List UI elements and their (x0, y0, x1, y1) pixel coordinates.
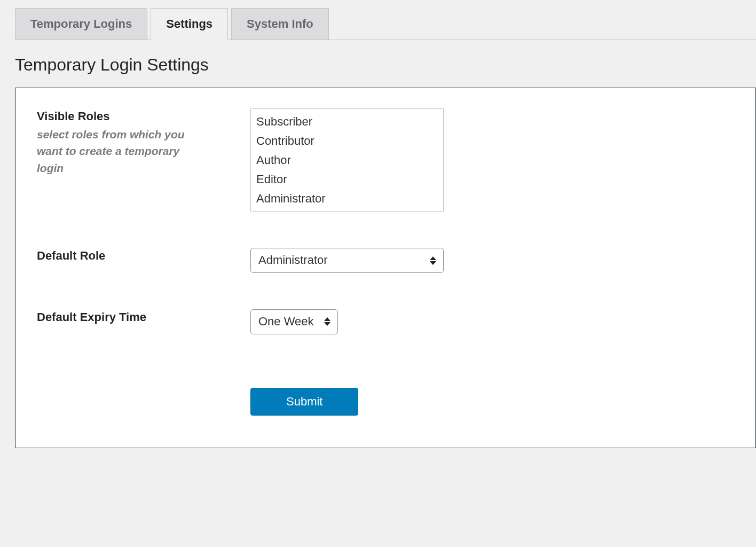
role-option-editor[interactable]: Editor (251, 170, 443, 189)
page-title: Temporary Login Settings (15, 55, 756, 75)
default-role-label: Default Role (37, 248, 250, 264)
default-expiry-label: Default Expiry Time (37, 309, 250, 326)
visible-roles-label: Visible Roles (37, 108, 250, 125)
row-visible-roles: Visible Roles select roles from which yo… (37, 108, 734, 212)
tab-label: Temporary Logins (30, 17, 132, 31)
role-option-author[interactable]: Author (251, 151, 443, 170)
default-role-select-wrap: Administrator (250, 248, 444, 273)
role-option-contributor[interactable]: Contributor (251, 131, 443, 151)
control-col: Subscriber Contributor Author Editor Adm… (250, 108, 734, 212)
tab-temporary-logins[interactable]: Temporary Logins (15, 8, 147, 40)
role-option-administrator[interactable]: Administrator (251, 189, 443, 208)
role-option-subscriber[interactable]: Subscriber (251, 112, 443, 131)
row-default-expiry: Default Expiry Time One Week (37, 309, 734, 334)
default-expiry-select-wrap: One Week (250, 309, 338, 334)
tab-label: Settings (166, 17, 212, 31)
row-default-role: Default Role Administrator (37, 248, 734, 273)
control-col: One Week (250, 309, 734, 334)
default-role-select[interactable]: Administrator (250, 248, 444, 273)
label-col: Visible Roles select roles from which yo… (37, 108, 250, 176)
tabs-bar: Temporary Logins Settings System Info (15, 8, 756, 40)
submit-row: Submit (250, 388, 734, 416)
visible-roles-multiselect[interactable]: Subscriber Contributor Author Editor Adm… (250, 108, 444, 212)
control-col: Administrator (250, 248, 734, 273)
label-col: Default Expiry Time (37, 309, 250, 326)
settings-panel: Visible Roles select roles from which yo… (15, 88, 756, 448)
label-col: Default Role (37, 248, 250, 264)
tab-system-info[interactable]: System Info (231, 8, 329, 40)
submit-button[interactable]: Submit (250, 388, 358, 416)
tab-settings[interactable]: Settings (151, 8, 228, 40)
tab-label: System Info (247, 17, 313, 31)
default-expiry-select[interactable]: One Week (250, 309, 338, 334)
visible-roles-description: select roles from which you want to crea… (37, 126, 208, 177)
